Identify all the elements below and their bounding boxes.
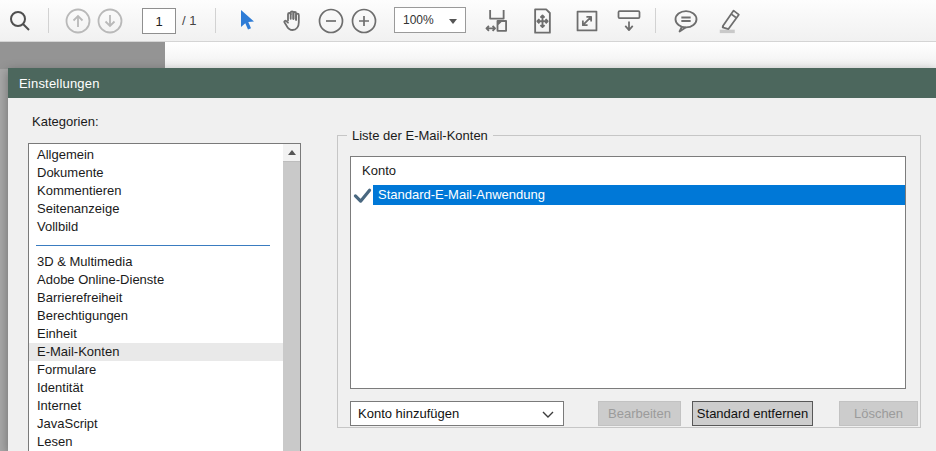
document-pane-background [0,42,165,69]
category-item[interactable]: Berechtigungen [29,307,283,325]
settings-dialog: Einstellungen Kategorien: Allgemein Doku… [8,68,936,451]
category-item[interactable]: Einheit [29,325,283,343]
document-page-background [165,42,936,69]
category-divider [29,236,283,253]
highlighter-icon[interactable] [714,7,744,35]
page-up-icon[interactable] [65,8,91,34]
scrolling-mode-icon[interactable] [615,7,643,34]
zoom-level-value: 100% [403,13,434,27]
category-item[interactable]: Lesen [29,433,283,451]
category-item[interactable]: Vollbild [29,218,283,236]
comment-icon[interactable] [672,7,700,34]
search-icon[interactable] [7,8,33,34]
category-item[interactable]: Kommentieren [29,182,283,200]
chevron-down-icon [449,19,457,24]
page-total-label: / 1 [182,0,196,41]
dialog-titlebar[interactable]: Einstellungen [8,68,936,98]
add-account-dropdown-value: Konto hinzufügen [358,406,459,421]
toolbar-separator [655,8,656,33]
category-item[interactable]: Dokumente [29,164,283,182]
select-cursor-icon[interactable] [237,9,257,33]
category-item[interactable]: Seitenanzeige [29,200,283,218]
category-item-selected[interactable]: E-Mail-Konten [29,343,283,361]
category-item[interactable]: 3D & Multimedia [29,253,283,271]
toolbar-separator [48,8,49,33]
scrollbar-up-arrow-icon[interactable] [283,144,300,161]
pdf-toolbar: / 1 100% [0,0,936,42]
email-accounts-groupbox: Liste der E-Mail-Konten Konto Standard-E… [337,135,921,428]
categories-scrollbar[interactable] [283,144,300,451]
page-down-icon[interactable] [97,8,123,34]
hand-tool-icon[interactable] [279,7,306,34]
fit-page-icon[interactable] [529,7,556,34]
category-item[interactable]: Internet [29,397,283,415]
zoom-in-icon[interactable] [351,8,377,34]
acrobat-window: / 1 100% [0,0,936,451]
delete-button[interactable]: Löschen [839,401,918,426]
chevron-down-icon [542,411,554,418]
document-pane-background-left [0,69,8,451]
category-item[interactable]: Barrierefreiheit [29,289,283,307]
email-accounts-list: Konto Standard-E-Mail-Anwendung [350,156,906,389]
category-item[interactable]: Identität [29,379,283,397]
groupbox-legend: Liste der E-Mail-Konten [347,128,493,143]
email-account-row[interactable]: Standard-E-Mail-Anwendung [351,185,905,205]
edit-button[interactable]: Bearbeiten [598,401,681,426]
zoom-level-dropdown[interactable]: 100% [394,7,466,33]
email-account-label: Standard-E-Mail-Anwendung [373,185,905,205]
toolbar-separator [215,8,216,33]
category-item[interactable]: Allgemein [29,146,283,164]
category-item[interactable]: Adobe Online-Dienste [29,271,283,289]
scrollbar-thumb[interactable] [283,161,300,451]
page-number-input[interactable] [142,8,176,34]
fit-width-icon[interactable] [484,7,511,34]
remove-default-button[interactable]: Standard entfernen [692,401,813,426]
category-item[interactable]: Formulare [29,361,283,379]
default-check-icon [351,185,373,205]
category-item[interactable]: JavaScript [29,415,283,433]
categories-listbox: Allgemein Dokumente Kommentieren Seitena… [28,143,301,451]
konto-column-header: Konto [351,157,905,185]
categories-label: Kategorien: [32,114,99,129]
dialog-title: Einstellungen [19,76,100,91]
fit-visible-icon[interactable] [574,8,600,34]
zoom-out-icon[interactable] [318,8,344,34]
add-account-dropdown[interactable]: Konto hinzufügen [350,401,564,426]
